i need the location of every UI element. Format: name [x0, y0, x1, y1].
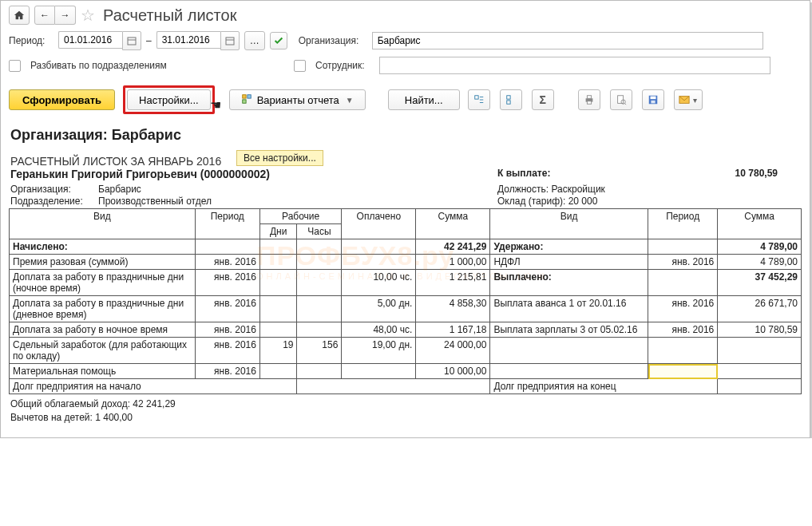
svg-rect-7: [474, 96, 477, 99]
forward-button[interactable]: →: [55, 6, 76, 25]
chevron-down-icon: ▼: [346, 96, 354, 105]
sal-key: Оклад (тариф):: [497, 196, 565, 207]
svg-rect-12: [587, 101, 591, 105]
employee-input[interactable]: [379, 57, 770, 74]
settings-button[interactable]: Настройки...: [127, 89, 211, 110]
find-button[interactable]: Найти...: [388, 89, 460, 110]
email-button[interactable]: ▾: [674, 89, 703, 110]
employee-name: Геранькин Григорий Григорьевич (00000000…: [10, 168, 270, 180]
employee-checkbox[interactable]: [294, 60, 306, 72]
sum-button[interactable]: Σ: [532, 89, 554, 110]
svg-rect-5: [248, 94, 251, 97]
svg-rect-11: [587, 96, 591, 99]
svg-line-15: [624, 103, 626, 105]
org-heading: Организация: Барбарис: [10, 127, 802, 144]
favorite-icon[interactable]: ☆: [81, 7, 95, 23]
taxable-income: Общий облагаемый доход: 42 241,29: [10, 397, 802, 411]
org-input[interactable]: [372, 32, 763, 49]
generate-button[interactable]: Сформировать: [9, 89, 115, 110]
period-to-input[interactable]: [156, 31, 220, 49]
pos-val: Раскройщик: [551, 184, 604, 195]
org-enabled-check[interactable]: [270, 32, 287, 49]
cursor-hand-icon: ☚: [210, 97, 221, 113]
split-checkbox[interactable]: [9, 60, 21, 72]
sal-val: 20 000: [568, 196, 598, 207]
period-label: Период:: [9, 35, 53, 46]
split-label: Разбивать по подразделениям: [30, 60, 289, 71]
svg-rect-4: [242, 94, 245, 97]
save-button[interactable]: [642, 89, 664, 110]
org-val: Барбарис: [98, 184, 141, 195]
preview-button[interactable]: [610, 89, 632, 110]
home-button[interactable]: [9, 6, 30, 25]
period-more-button[interactable]: …: [244, 31, 265, 50]
report-variants-button[interactable]: Варианты отчета ▼: [229, 89, 366, 110]
dep-key: Подразделение:: [10, 196, 98, 207]
svg-rect-18: [651, 101, 655, 104]
period-from-input[interactable]: [58, 31, 122, 49]
print-button[interactable]: [578, 89, 600, 110]
org-key: Организация:: [10, 184, 98, 195]
svg-rect-17: [650, 97, 656, 100]
page-title: Расчетный листок: [103, 6, 236, 25]
report-header: РАСЧЕТНЫЙ ЛИСТОК ЗА ЯНВАРЬ 2016: [10, 155, 802, 168]
selected-cell[interactable]: [648, 364, 718, 379]
calendar-to-button[interactable]: [220, 31, 240, 50]
pay-table: Вид Период Рабочие Оплачено Сумма Вид Пе…: [9, 208, 802, 394]
settings-tooltip: Все настройки...: [236, 150, 323, 166]
employee-label: Сотрудник:: [315, 60, 374, 71]
svg-rect-8: [506, 96, 509, 99]
dep-val: Производственный отдел: [98, 196, 212, 207]
period-dash: –: [146, 35, 152, 46]
org-label: Организация:: [299, 35, 367, 46]
pos-key: Должность:: [497, 184, 549, 195]
calendar-from-button[interactable]: [122, 31, 141, 50]
svg-rect-2: [226, 38, 234, 45]
child-deductions: Вычетов на детей: 1 400,00: [10, 411, 802, 425]
svg-rect-0: [128, 38, 136, 45]
back-button[interactable]: ←: [34, 6, 55, 25]
svg-rect-9: [506, 101, 509, 104]
payout-label: К выплате:: [497, 168, 550, 179]
svg-rect-13: [617, 96, 623, 104]
collapse-tree-button[interactable]: [500, 89, 522, 110]
payout-value: 10 780,59: [735, 168, 778, 179]
chevron-down-icon: ▾: [693, 96, 697, 105]
expand-tree-button[interactable]: [468, 89, 490, 110]
svg-rect-6: [242, 99, 245, 102]
